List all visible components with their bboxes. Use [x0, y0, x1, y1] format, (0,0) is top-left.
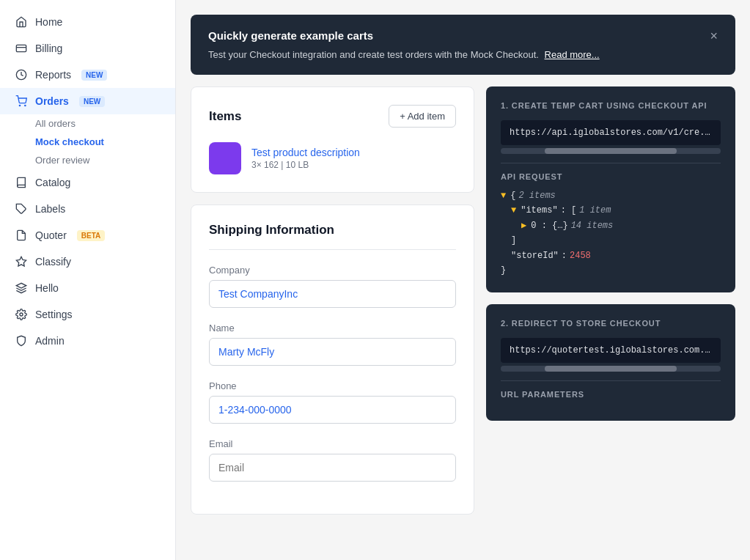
json-line-1: ▼ { 2 items: [501, 188, 721, 203]
read-more-link[interactable]: Read more...: [545, 49, 600, 60]
json-line-2: ▼ "items" : [ 1 item: [501, 203, 721, 218]
labels-icon: [15, 202, 28, 215]
shipping-card: Shipping Information Company Name Phone …: [191, 205, 474, 515]
phone-input[interactable]: [209, 396, 456, 424]
banner-title: Quickly generate example carts: [208, 29, 600, 42]
sidebar-label-classify: Classify: [35, 256, 71, 268]
banner: Quickly generate example carts Test your…: [191, 15, 735, 75]
svg-point-4: [25, 105, 26, 106]
settings-icon: [15, 308, 28, 321]
sidebar-sub-all-orders[interactable]: All orders: [0, 114, 175, 133]
name-label: Name: [209, 323, 456, 334]
phone-label: Phone: [209, 380, 456, 391]
svg-point-3: [19, 105, 20, 106]
json-line-4: ]: [501, 233, 721, 248]
quoter-badge: BETA: [77, 230, 105, 241]
admin-icon: [15, 334, 28, 347]
step1-url: https://api.iglobalstores.com/v1/cre...: [501, 120, 721, 145]
product-meta: 3× 162 | 10 LB: [251, 160, 360, 170]
add-item-button[interactable]: + Add item: [389, 105, 456, 128]
product-info: Test product description 3× 162 | 10 LB: [251, 147, 360, 170]
sidebar-sub-order-review[interactable]: Order review: [0, 151, 175, 169]
json-line-3: ▶ 0 : {…} 14 items: [501, 218, 721, 233]
items-card: Items + Add item Test product descriptio…: [191, 86, 474, 193]
company-label: Company: [209, 265, 456, 276]
banner-content: Quickly generate example carts Test your…: [208, 29, 600, 60]
step1-card: 1. CREATE TEMP CART USING CHECKOUT API h…: [486, 86, 735, 292]
sidebar-item-hello[interactable]: Hello: [0, 275, 175, 301]
sidebar-item-orders[interactable]: Orders NEW: [0, 88, 175, 114]
sidebar-label-hello: Hello: [35, 282, 59, 294]
sidebar-label-order-review: Order review: [35, 155, 89, 166]
orders-icon: [15, 95, 28, 108]
divider1: [501, 163, 721, 163]
sidebar-label-quoter: Quoter: [35, 229, 67, 241]
name-group: Name: [209, 323, 456, 366]
sidebar-label-mock-checkout: Mock checkout: [35, 136, 104, 147]
sidebar-item-classify[interactable]: Classify: [0, 248, 175, 275]
json-line-5: "storeId" : 2458: [501, 248, 721, 263]
url-params-label: URL PARAMETERS: [501, 390, 721, 399]
email-input[interactable]: [209, 454, 456, 482]
sidebar-item-catalog[interactable]: Catalog: [0, 169, 175, 196]
email-group: Email: [209, 438, 456, 482]
classify-icon: [15, 255, 28, 268]
sidebar-item-admin[interactable]: Admin: [0, 328, 175, 354]
step2-title: 2. REDIRECT TO STORE CHECKOUT: [501, 319, 721, 328]
sidebar-item-settings[interactable]: Settings: [0, 301, 175, 328]
step1-scrollbar-thumb: [545, 148, 677, 154]
left-panel: Items + Add item Test product descriptio…: [191, 86, 474, 515]
step2-scrollbar-thumb: [545, 366, 677, 372]
json-viewer: ▼ { 2 items ▼ "items" : [ 1 item ▶ 0 : {…: [501, 188, 721, 278]
sidebar-item-reports[interactable]: Reports NEW: [0, 62, 175, 88]
right-panel: 1. CREATE TEMP CART USING CHECKOUT API h…: [486, 86, 735, 515]
sidebar-label-reports: Reports: [35, 69, 71, 81]
phone-group: Phone: [209, 380, 456, 424]
step2-card: 2. REDIRECT TO STORE CHECKOUT https://qu…: [486, 304, 735, 421]
step2-url: https://quotertest.iglobalstores.com...: [501, 338, 721, 363]
items-title: Items: [209, 109, 241, 124]
main-content: Quickly generate example carts Test your…: [176, 0, 750, 560]
svg-point-8: [20, 313, 23, 316]
banner-close-button[interactable]: ×: [710, 29, 718, 43]
sidebar-label-orders: Orders: [35, 95, 69, 107]
banner-text: Test your Checkout integration and creat…: [208, 49, 600, 60]
billing-icon: [15, 42, 28, 55]
sidebar-label-catalog: Catalog: [35, 177, 70, 188]
product-thumbnail: [209, 142, 241, 174]
orders-badge: NEW: [79, 96, 105, 107]
json-line-6: }: [501, 263, 721, 278]
sidebar-label-admin: Admin: [35, 335, 65, 347]
step1-scrollbar[interactable]: [501, 148, 721, 154]
divider2: [501, 380, 721, 381]
reports-badge: NEW: [81, 70, 107, 81]
step2-scrollbar[interactable]: [501, 366, 721, 372]
sidebar-label-all-orders: All orders: [35, 118, 76, 129]
sidebar-label-home: Home: [35, 16, 62, 28]
step1-title: 1. CREATE TEMP CART USING CHECKOUT API: [501, 101, 721, 110]
product-name: Test product description: [251, 147, 360, 158]
sidebar-label-billing: Billing: [35, 43, 62, 54]
hello-icon: [15, 281, 28, 295]
sidebar-label-labels: Labels: [35, 203, 65, 215]
company-group: Company: [209, 265, 456, 308]
reports-icon: [15, 68, 28, 81]
sidebar: Home Billing Reports NEW Orders NEW All …: [0, 0, 176, 560]
svg-marker-7: [16, 283, 26, 288]
sidebar-sub-mock-checkout[interactable]: Mock checkout: [0, 133, 175, 151]
email-label: Email: [209, 438, 456, 449]
svg-marker-6: [16, 257, 26, 266]
company-input[interactable]: [209, 280, 456, 308]
product-item: Test product description 3× 162 | 10 LB: [209, 142, 456, 174]
content-area: Items + Add item Test product descriptio…: [191, 86, 735, 515]
name-input[interactable]: [209, 338, 456, 366]
sidebar-item-labels[interactable]: Labels: [0, 196, 175, 222]
sidebar-item-billing[interactable]: Billing: [0, 35, 175, 62]
sidebar-item-quoter[interactable]: Quoter BETA: [0, 222, 175, 248]
api-request-label: API REQUEST: [501, 172, 721, 181]
catalog-icon: [15, 176, 28, 189]
items-header: Items + Add item: [209, 105, 456, 128]
quoter-icon: [15, 229, 28, 242]
shipping-title: Shipping Information: [209, 223, 456, 250]
sidebar-item-home[interactable]: Home: [0, 9, 175, 35]
